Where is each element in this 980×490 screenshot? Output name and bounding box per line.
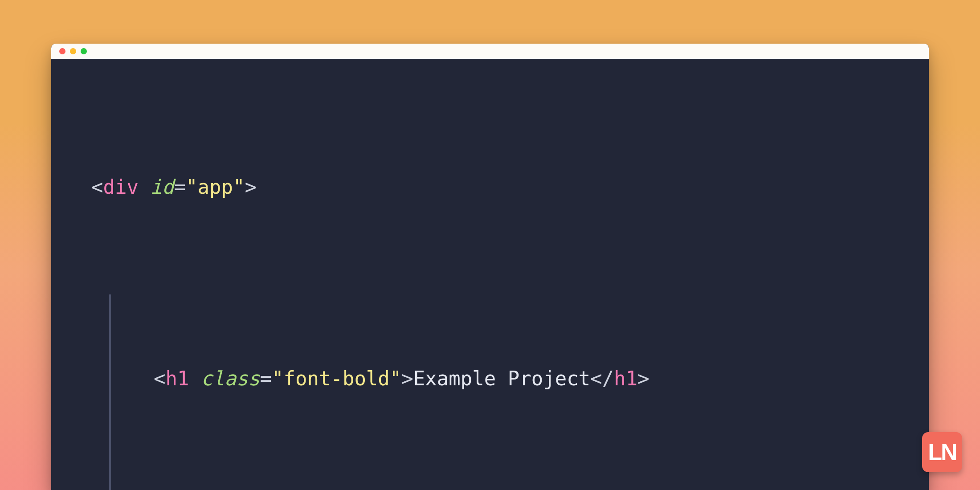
minimize-icon[interactable] [70, 48, 76, 54]
attr-name: id [150, 176, 174, 198]
close-icon[interactable] [59, 48, 65, 54]
logo-text: LN [928, 439, 956, 466]
indent-guide [109, 294, 111, 490]
bracket-open: </ [590, 367, 614, 390]
bracket-close: > [401, 367, 413, 390]
code-line-2: <h1 class="font-bold">Example Project</h… [154, 366, 889, 391]
bracket-open: < [91, 176, 103, 198]
tag-name: h1 [166, 367, 189, 390]
equals: = [174, 176, 186, 198]
logo-badge: LN [922, 432, 962, 472]
bracket-close: > [637, 367, 649, 390]
space [189, 367, 201, 390]
text-content: Example Project [413, 367, 590, 390]
zoom-icon[interactable] [81, 48, 87, 54]
code-line-1: <div id="app"> [91, 175, 889, 199]
tag-name: div [103, 176, 139, 198]
quote-open: " [186, 176, 198, 198]
attr-value: app [197, 176, 233, 198]
bracket-close: > [245, 176, 257, 198]
quote-open: " [272, 367, 284, 390]
indent-block: <h1 class="font-bold">Example Project</h… [109, 293, 889, 490]
code-editor[interactable]: <div id="app"> <h1 class="font-bold">Exa… [51, 59, 929, 490]
quote-close: " [233, 176, 245, 198]
space [139, 176, 151, 198]
attr-name: class [201, 367, 260, 390]
blank-line [154, 440, 889, 490]
attr-value: font-bold [283, 367, 389, 390]
bracket-open: < [154, 367, 166, 390]
equals: = [260, 367, 272, 390]
editor-window: <div id="app"> <h1 class="font-bold">Exa… [51, 44, 929, 490]
quote-close: " [390, 367, 402, 390]
tag-name: h1 [614, 367, 637, 390]
window-titlebar [51, 44, 929, 59]
